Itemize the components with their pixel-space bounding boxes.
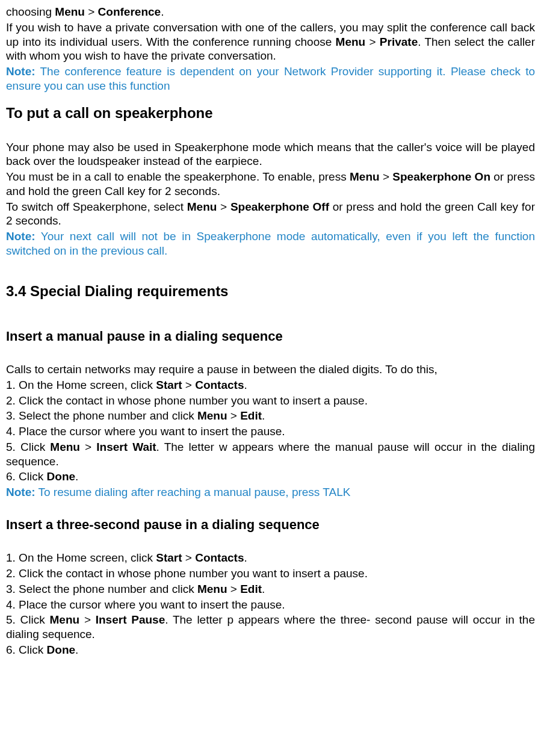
menu-label: Menu (50, 613, 80, 626)
menu-label: Menu (55, 5, 85, 18)
speaker-p3: To switch off Speakerphone, select Menu … (6, 200, 535, 229)
menu-label: Menu (187, 200, 217, 213)
speaker-p1: Your phone may also be used in Speakerph… (6, 140, 535, 169)
sep: > (227, 583, 241, 595)
note-text: Your next call will not be in Speakerpho… (6, 230, 535, 257)
private-label: Private (380, 36, 418, 48)
heading-three-second-pause: Insert a three-second pause in a dialing… (6, 516, 535, 533)
edit-label: Edit (240, 583, 262, 595)
sep: > (227, 409, 241, 422)
manual-note: Note: To resume dialing after reaching a… (6, 485, 535, 500)
manual-step-3: 3. Select the phone number and click Men… (6, 409, 535, 423)
period: . (244, 551, 247, 564)
done-label: Done (47, 470, 76, 483)
sep: > (79, 613, 96, 626)
text: 1. On the Home screen, click (6, 379, 156, 391)
period: . (244, 379, 247, 391)
threesec-step-1: 1. On the Home screen, click Start > Con… (6, 551, 535, 565)
conference-label: Conference (98, 5, 161, 18)
sep: > (182, 379, 196, 391)
sep: > (365, 36, 380, 48)
contacts-label: Contacts (195, 379, 244, 391)
menu-label: Menu (336, 36, 366, 48)
sep: > (85, 5, 98, 18)
insert-wait-label: Insert Wait (96, 441, 156, 453)
manual-step-6: 6. Click Done. (6, 469, 535, 484)
text: 5. Click (6, 441, 50, 453)
manual-intro: Calls to certain networks may require a … (6, 362, 535, 377)
text: 6. Click (6, 643, 47, 656)
done-label: Done (47, 643, 76, 656)
intro-para-2: If you wish to have a private conversati… (6, 20, 535, 63)
speaker-note: Note: Your next call will not be in Spea… (6, 229, 535, 258)
speakerphone-off-label: Speakerphone Off (230, 200, 329, 213)
text: You must be in a call to enable the spea… (6, 170, 350, 183)
period: . (75, 643, 78, 656)
threesec-step-6: 6. Click Done. (6, 643, 535, 657)
text: 3. Select the phone number and click (6, 583, 197, 595)
note-label: Note: (6, 486, 36, 498)
manual-step-5: 5. Click Menu > Insert Wait. The letter … (6, 440, 535, 469)
text: 6. Click (6, 470, 47, 483)
heading-speakerphone: To put a call on speakerphone (6, 104, 535, 122)
speakerphone-on-label: Speakerphone On (392, 170, 490, 183)
menu-label: Menu (50, 441, 80, 453)
note-label: Note: (6, 230, 36, 243)
sep: > (182, 551, 196, 564)
insert-pause-label: Insert Pause (96, 613, 165, 626)
manual-step-2: 2. Click the contact in whose phone numb… (6, 394, 535, 408)
start-label: Start (156, 379, 182, 391)
threesec-step-3: 3. Select the phone number and click Men… (6, 582, 535, 596)
text: 1. On the Home screen, click (6, 551, 156, 564)
period: . (262, 583, 265, 595)
text: choosing (6, 5, 55, 18)
speaker-p2: You must be in a call to enable the spea… (6, 170, 535, 199)
threesec-step-5: 5. Click Menu > Insert Pause. The letter… (6, 613, 535, 642)
note-label: Note: (6, 65, 36, 78)
manual-step-4: 4. Place the cursor where you want to in… (6, 424, 535, 439)
contacts-label: Contacts (195, 551, 244, 564)
menu-label: Menu (197, 583, 227, 595)
threesec-step-4: 4. Place the cursor where you want to in… (6, 598, 535, 612)
period: . (75, 470, 78, 483)
manual-step-1: 1. On the Home screen, click Start > Con… (6, 378, 535, 392)
note-text: To resume dialing after reaching a manua… (36, 486, 351, 498)
menu-label: Menu (350, 170, 380, 183)
heading-manual-pause: Insert a manual pause in a dialing seque… (6, 328, 535, 345)
period: . (262, 409, 265, 422)
sep: > (380, 170, 393, 183)
sep: > (217, 200, 230, 213)
text: To switch off Speakerphone, select (6, 200, 187, 213)
start-label: Start (156, 551, 182, 564)
text: 5. Click (6, 613, 50, 626)
menu-label: Menu (197, 409, 227, 422)
edit-label: Edit (240, 409, 262, 422)
intro-note: Note: The conference feature is dependen… (6, 64, 535, 93)
sep: > (80, 441, 96, 453)
text: 3. Select the phone number and click (6, 409, 197, 422)
heading-section-3-4: 3.4 Special Dialing requirements (6, 282, 535, 300)
intro-line-1: choosing Menu > Conference. (6, 5, 535, 19)
period: . (161, 5, 164, 18)
threesec-step-2: 2. Click the contact in whose phone numb… (6, 566, 535, 581)
note-text: The conference feature is dependent on y… (6, 65, 535, 92)
